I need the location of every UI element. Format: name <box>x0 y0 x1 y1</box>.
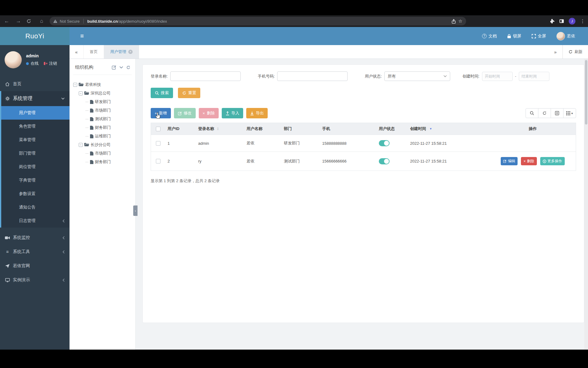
tree-node-dept[interactable]: 财务部门 <box>73 123 132 132</box>
browser-home-button[interactable]: ⌂ <box>38 18 45 24</box>
end-time-input[interactable] <box>519 72 549 81</box>
status-toggle-on[interactable] <box>379 158 390 164</box>
tabs-scroll-left[interactable]: « <box>70 45 84 59</box>
start-time-input[interactable] <box>482 72 513 81</box>
scrollbar-thumb[interactable] <box>585 60 587 125</box>
scrollbar-track[interactable] <box>584 59 588 350</box>
table-row[interactable]: 2 ry 若依 测试部门 15666666666 2022-11-27 15:5… <box>151 152 576 171</box>
side-panel-icon[interactable] <box>560 19 564 23</box>
tabs-scroll-right[interactable]: » <box>548 45 563 59</box>
record-summary: 显示第 1 到第 2 条记录，总共 2 条记录 <box>151 178 576 184</box>
collapse-icon[interactable]: − <box>73 83 77 87</box>
tree-node-dept[interactable]: 运维部门 <box>73 132 132 140</box>
select-all-checkbox[interactable] <box>156 127 160 131</box>
sidebar-item-monitor[interactable]: 系统监控 <box>0 231 70 245</box>
header-lock-screen[interactable]: 锁屏 <box>507 33 521 39</box>
not-secure-warning-icon <box>53 19 57 23</box>
sidebar-item-log-mgmt[interactable]: 日志管理 <box>1 214 70 228</box>
sort-desc-icon[interactable]: ▼ <box>429 127 432 130</box>
address-bar[interactable]: Not Secure build.titanide.cn/app/demo/ru… <box>50 17 466 25</box>
extensions-puzzle-icon[interactable] <box>549 19 555 24</box>
sidebar-item-menu-mgmt[interactable]: 菜单管理 <box>1 133 70 147</box>
system-submenu: 用户管理 角色管理 菜单管理 部门管理 岗位管理 字典管理 参数设置 通知公告 … <box>1 106 70 228</box>
header-fullscreen[interactable]: 全屏 <box>532 33 546 39</box>
collapse-icon[interactable]: − <box>79 91 83 95</box>
login-name-input[interactable] <box>170 71 241 81</box>
row-edit-button[interactable]: 编辑 <box>501 157 518 165</box>
sidebar-item-dept-mgmt[interactable]: 部门管理 <box>1 147 70 160</box>
tree-node-dept[interactable]: 财务部门 <box>73 158 132 166</box>
sidebar-item-home[interactable]: 首页 <box>0 77 70 91</box>
tree-node-dept[interactable]: 测试部门 <box>73 115 132 123</box>
refresh-icon[interactable] <box>126 65 130 70</box>
browser-reload-button[interactable] <box>26 19 34 24</box>
collapse-icon[interactable]: − <box>79 143 83 147</box>
table-refresh-button[interactable] <box>538 108 551 118</box>
row-checkbox[interactable] <box>156 159 160 163</box>
tab-user-mgmt[interactable]: 用户管理 × <box>104 45 139 59</box>
sidebar-toggle-icon[interactable]: ≡ <box>80 33 84 40</box>
table-row[interactable]: 1 admin 若依 研发部门 15888888888 2022-11-27 1… <box>151 135 576 152</box>
edit-button[interactable]: 修改 <box>174 108 196 118</box>
sidebar-item-notice[interactable]: 通知公告 <box>1 201 70 214</box>
header-user-menu[interactable]: 若依 <box>556 32 575 40</box>
tree-node-root[interactable]: − 若依科技 <box>73 80 132 89</box>
browser-forward-button[interactable]: → <box>15 18 22 24</box>
import-button[interactable]: 导入 <box>222 108 243 118</box>
reset-button[interactable]: 重置 <box>178 88 200 98</box>
sidebar-item-user-mgmt[interactable]: 用户管理 <box>1 106 70 120</box>
app-logo[interactable]: RuoYi <box>0 27 70 45</box>
header-docs-link[interactable]: ? 文档 <box>482 33 497 39</box>
edit-icon[interactable] <box>112 65 116 70</box>
user-status-select[interactable]: 所有 <box>384 71 450 81</box>
export-button[interactable]: 导出 <box>246 108 268 118</box>
sidebar-item-demo[interactable]: 实例演示 <box>0 273 70 287</box>
sort-icon[interactable]: ▲▼ <box>217 127 219 131</box>
col-created-time[interactable]: 创建时间 ▼ <box>408 123 490 135</box>
browser-profile-avatar[interactable]: J <box>569 18 575 25</box>
row-more-button[interactable]: 更多操作 <box>540 157 565 165</box>
tree-node-company1[interactable]: − 深圳总公司 <box>73 89 132 98</box>
tree-node-company2[interactable]: − 长沙分公司 <box>73 140 132 149</box>
status-toggle-on[interactable] <box>379 140 390 146</box>
tab-close-icon[interactable]: × <box>128 50 133 54</box>
table-detail-view-button[interactable] <box>551 108 564 118</box>
col-login-name[interactable]: 登录名称 ▲▼ <box>196 123 244 135</box>
tree-node-label: 若依科技 <box>85 82 101 87</box>
table-columns-button[interactable]: ▾ <box>563 108 576 118</box>
tab-home[interactable]: 首页 <box>84 45 104 59</box>
search-icon <box>530 111 534 115</box>
sidebar-item-system-mgmt[interactable]: 系统管理 <box>1 91 70 106</box>
row-delete-button[interactable]: × 删除 <box>521 157 537 165</box>
folder-open-icon <box>84 91 89 95</box>
tree-node-dept[interactable]: 市场部门 <box>73 106 132 115</box>
user-avatar[interactable] <box>5 51 22 68</box>
reload-icon <box>26 19 31 24</box>
chevron-down-icon[interactable] <box>119 66 123 69</box>
share-icon[interactable] <box>451 19 456 24</box>
sidebar-item-param-config[interactable]: 参数设置 <box>1 187 70 201</box>
sidebar-item-website[interactable]: 若依官网 <box>0 259 70 273</box>
browser-menu-icon[interactable]: ⋮ <box>580 18 585 24</box>
upload-icon <box>226 111 229 115</box>
search-button[interactable]: 搜索 <box>151 88 173 98</box>
sidebar-item-post-mgmt[interactable]: 岗位管理 <box>1 160 70 174</box>
tree-node-dept[interactable]: 市场部门 <box>73 149 132 158</box>
tree-node-label: 财务部门 <box>95 125 111 130</box>
panel-collapse-handle[interactable]: ‹ <box>133 205 138 216</box>
cell-phone: 15666666666 <box>320 154 376 169</box>
sidebar-item-dict-mgmt[interactable]: 字典管理 <box>1 174 70 187</box>
logout-link[interactable]: 注销 <box>43 61 57 66</box>
sidebar-item-tools[interactable]: ≡ 系统工具 <box>0 245 70 259</box>
tree-node-dept[interactable]: 研发部门 <box>73 98 132 106</box>
delete-button[interactable]: × 删除 <box>199 108 219 118</box>
tab-refresh-button[interactable]: 刷新 <box>563 45 588 59</box>
browser-back-button[interactable]: ← <box>3 18 10 24</box>
refresh-icon <box>568 50 573 54</box>
phone-input[interactable] <box>277 71 348 81</box>
bookmark-star-icon[interactable]: ☆ <box>458 18 462 24</box>
sidebar-item-role-mgmt[interactable]: 角色管理 <box>1 120 70 133</box>
row-checkbox[interactable] <box>156 141 160 146</box>
table-search-toggle[interactable] <box>526 108 538 118</box>
edit-button-label: 修改 <box>184 110 192 116</box>
